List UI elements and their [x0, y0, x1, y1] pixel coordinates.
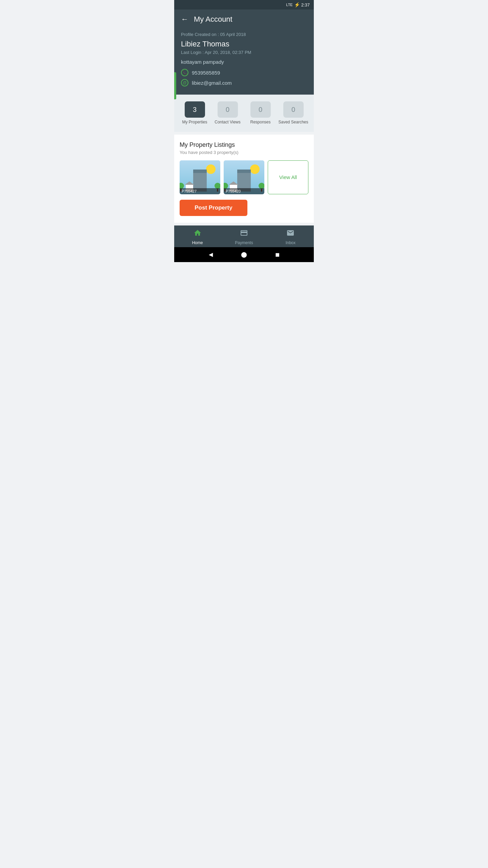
email-address: libiez@gmail.com	[192, 80, 232, 86]
listings-subtitle: You have posted 3 property(s)	[180, 150, 308, 155]
contact-info: 📞 9539585859 @ libiez@gmail.com	[181, 69, 307, 86]
stats-section: 3 My Properties 0 Contact Views 0 Respon…	[174, 95, 314, 132]
profile-created-label: Profile Created on : 05 April 2018	[181, 32, 307, 37]
contact-views-label: Contact Views	[215, 120, 240, 125]
profile-header: ← My Account Profile Created on : 05 Apr…	[174, 9, 314, 95]
nav-inbox[interactable]: Inbox	[267, 229, 314, 245]
listings-title: My Property Listings	[180, 141, 308, 149]
profile-name: Libiez Thomas	[181, 40, 307, 48]
email-item: @ libiez@gmail.com	[181, 79, 307, 86]
nav-payments[interactable]: Payments	[221, 229, 267, 245]
saved-searches-label: Saved Searches	[278, 120, 308, 125]
listing-card-1[interactable]: P755427	[180, 160, 220, 194]
accent-bar	[174, 72, 176, 99]
battery-icon: ⚡	[294, 2, 300, 7]
profile-location: kottayam pampady	[181, 59, 307, 65]
stat-contact-views[interactable]: 0 Contact Views	[212, 101, 243, 125]
page-title: My Account	[194, 15, 232, 24]
last-login-label: Last Login : Apr 20, 2018, 02:37 PM	[181, 50, 307, 55]
phone-icon: 📞	[181, 69, 188, 76]
payments-icon	[240, 229, 248, 239]
listing-id-2: P755420	[224, 188, 264, 194]
back-system-button[interactable]: ◀	[209, 251, 213, 258]
recents-system-button[interactable]: ◼	[275, 251, 280, 258]
saved-searches-badge: 0	[283, 101, 304, 118]
phone-number: 9539585859	[192, 70, 220, 76]
nav-payments-label: Payments	[235, 240, 253, 245]
home-icon	[194, 229, 202, 239]
listings-grid: P755427 P755420 View All	[180, 160, 308, 194]
listing-id-1: P755427	[180, 188, 220, 194]
my-properties-label: My Properties	[182, 120, 207, 125]
home-system-button[interactable]: ⬤	[241, 251, 247, 258]
nav-home[interactable]: Home	[174, 229, 221, 245]
view-all-label: View All	[279, 174, 297, 180]
nav-inbox-label: Inbox	[286, 240, 296, 245]
network-icon: LTE	[286, 3, 292, 7]
back-button[interactable]: ←	[181, 15, 188, 24]
system-nav: ◀ ⬤ ◼	[174, 247, 314, 262]
inbox-icon	[286, 229, 294, 239]
status-icons: LTE ⚡ 2:37	[286, 2, 310, 7]
stats-grid: 3 My Properties 0 Contact Views 0 Respon…	[180, 101, 308, 125]
my-properties-badge: 3	[185, 101, 205, 118]
post-property-button[interactable]: Post Property	[180, 200, 247, 216]
contact-views-badge: 0	[218, 101, 238, 118]
email-icon: @	[181, 79, 188, 86]
header-nav: ← My Account	[181, 15, 307, 24]
responses-badge: 0	[250, 101, 271, 118]
status-time: 2:37	[301, 2, 310, 7]
stat-saved-searches[interactable]: 0 Saved Searches	[278, 101, 308, 125]
stat-my-properties[interactable]: 3 My Properties	[180, 101, 210, 125]
status-bar: LTE ⚡ 2:37	[174, 0, 314, 9]
phone-item: 📞 9539585859	[181, 69, 307, 76]
bottom-nav: Home Payments Inbox	[174, 225, 314, 247]
responses-label: Responses	[250, 120, 270, 125]
view-all-card[interactable]: View All	[268, 160, 308, 194]
listing-card-2[interactable]: P755420	[224, 160, 264, 194]
stat-responses[interactable]: 0 Responses	[245, 101, 276, 125]
listings-section: My Property Listings You have posted 3 p…	[174, 135, 314, 223]
nav-home-label: Home	[192, 240, 203, 245]
